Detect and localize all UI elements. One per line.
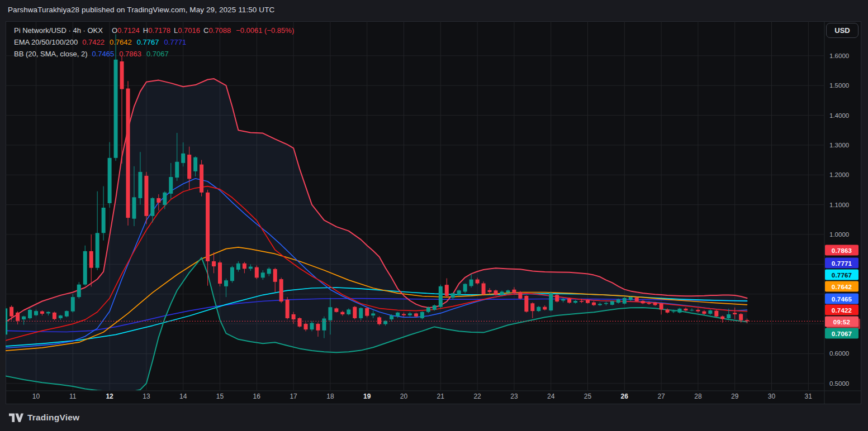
bb-label: BB (20, SMA, close, 2) — [14, 50, 88, 58]
candle-body — [236, 264, 240, 270]
candle-body — [340, 312, 344, 314]
candle-body — [365, 308, 369, 316]
candle-body — [494, 290, 498, 295]
candle-body — [255, 267, 259, 278]
candle-body — [114, 60, 118, 158]
candle-body — [328, 307, 332, 320]
candle-body — [334, 308, 338, 312]
candle-body — [420, 312, 424, 318]
candle-body — [402, 314, 406, 315]
candle-body — [353, 307, 357, 318]
candle-body — [567, 299, 571, 303]
candle-body — [169, 177, 173, 194]
candle-body — [463, 284, 467, 292]
candle-body — [524, 296, 528, 312]
symbol-title: Pi Network/USD · 4h · OKX — [14, 26, 103, 35]
candle-body — [102, 208, 106, 233]
price-chart[interactable] — [6, 21, 861, 404]
candle-body — [445, 285, 449, 296]
candle-body — [714, 311, 718, 317]
candle-body — [292, 314, 296, 319]
bb-upper-value: 0.7863 — [119, 50, 141, 58]
candle-body — [684, 309, 687, 310]
candle-body — [629, 297, 633, 300]
legend-bb-row[interactable]: BB (20, SMA, close, 2)0.74650.78630.7067 — [14, 48, 294, 60]
candle-body — [476, 280, 480, 284]
candle-body — [187, 155, 191, 179]
chart-canvas[interactable] — [6, 21, 861, 404]
candle-body — [200, 165, 203, 193]
candle-body — [89, 251, 93, 268]
candle-body — [150, 198, 154, 216]
candle-body — [22, 317, 26, 319]
ema100-value: 0.7767 — [137, 38, 159, 46]
tradingview-snapshot: ParshwaTurakhiya28 published on TradingV… — [0, 0, 868, 431]
plot-area[interactable] — [6, 34, 824, 391]
candle-body — [739, 314, 743, 320]
candle-body — [144, 176, 148, 216]
candle-body — [457, 290, 461, 295]
open-value: 0.7124 — [117, 26, 140, 35]
candle-body — [316, 324, 320, 331]
open-key: O — [112, 26, 117, 35]
candle-body — [304, 324, 308, 329]
candle-body — [660, 303, 663, 309]
candle-body — [727, 314, 731, 318]
candle-body — [286, 300, 290, 318]
candle-body — [59, 315, 63, 318]
candle-body — [279, 279, 283, 301]
candle-body — [77, 285, 81, 297]
low-value: 0.7016 — [178, 26, 200, 35]
tradingview-footer[interactable]: TradingView — [9, 413, 79, 423]
candle-body — [433, 305, 437, 310]
bb-basis-value: 0.7465 — [92, 50, 115, 58]
ema-label: EMA 20/50/100/200 — [14, 38, 78, 46]
candle-body — [132, 197, 136, 218]
candle-body — [439, 286, 443, 307]
legend-symbol-row[interactable]: Pi Network/USD · 4h · OKXO0.7124H0.7178L… — [14, 25, 294, 36]
tradingview-brand: TradingView — [27, 413, 79, 423]
candle-body — [482, 284, 486, 295]
candle-body — [65, 311, 69, 317]
candle-body — [16, 313, 20, 321]
candle-body — [96, 233, 99, 267]
candle-body — [500, 291, 504, 295]
candle-body — [126, 89, 130, 218]
candle-body — [34, 311, 38, 315]
page-title: ParshwaTurakhiya28 published on TradingV… — [8, 6, 274, 14]
ema200-value: 0.7771 — [164, 38, 187, 46]
candle-body — [46, 312, 50, 314]
candle-body — [647, 303, 651, 304]
candle-body — [83, 251, 87, 285]
candle-body — [322, 318, 326, 330]
candle-body — [108, 158, 112, 203]
candle-body — [678, 309, 682, 313]
candle-body — [273, 269, 277, 282]
candle-body — [138, 172, 142, 198]
candle-body — [537, 307, 540, 311]
candle-body — [580, 301, 584, 302]
candle-body — [310, 323, 314, 329]
candle-body — [641, 301, 645, 303]
candle-body — [518, 292, 522, 299]
candle-body — [175, 162, 179, 178]
candle-body — [549, 293, 553, 310]
legend-ema-row[interactable]: EMA 20/50/100/2000.74220.76420.77670.777… — [14, 36, 294, 48]
candle-body — [163, 193, 167, 205]
candle-body — [71, 297, 75, 312]
candle-body — [635, 298, 639, 301]
candle-body — [616, 299, 620, 303]
candle-body — [156, 198, 160, 203]
currency-toggle-button[interactable]: USD — [826, 23, 858, 38]
candle-body — [604, 303, 608, 304]
candle-body — [561, 299, 565, 301]
candle-body — [720, 317, 724, 319]
candle-body — [243, 264, 246, 269]
candle-body — [592, 303, 596, 305]
candle-body — [359, 308, 363, 318]
candle-body — [53, 313, 56, 319]
candle-body — [653, 303, 657, 305]
candle-body — [469, 280, 473, 286]
candle-body — [408, 313, 412, 315]
candle-body — [586, 300, 590, 303]
